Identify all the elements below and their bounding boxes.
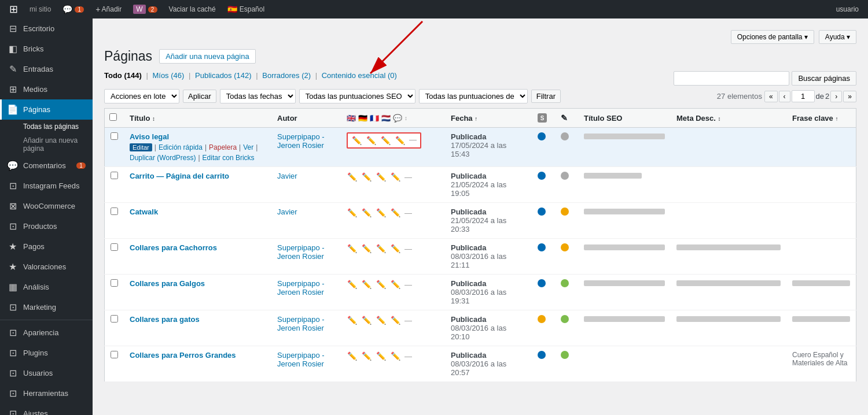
date-column-header[interactable]: Fecha ↑ (445, 109, 532, 128)
search-input[interactable] (674, 71, 789, 86)
bulk-action-select[interactable]: Acciones en lote (104, 89, 179, 103)
edit-badge[interactable]: Editar (130, 143, 152, 151)
row-checkbox[interactable] (111, 351, 118, 358)
meta-desc-column-header[interactable]: Meta Desc. ↕ (671, 109, 786, 128)
flag-fr-edit[interactable]: ✏️ (376, 208, 387, 218)
page-title-link[interactable]: Collares para Perros Grandes (130, 351, 236, 360)
trash-action[interactable]: Papelera (209, 143, 237, 151)
sidebar-item-usuarios[interactable]: ⊡ Usuarios (0, 363, 93, 383)
filter-published[interactable]: Publicados (142) (195, 71, 253, 80)
flag-en-edit[interactable]: ✏️ (347, 279, 358, 290)
row-checkbox[interactable] (111, 132, 118, 140)
sidebar-item-apariencia[interactable]: ⊡ Apariencia (0, 323, 93, 343)
flag-nl-edit[interactable]: ✏️ (390, 351, 401, 361)
flag-fr-edit[interactable]: ✏️ (380, 135, 391, 146)
view-action[interactable]: Ver (243, 143, 253, 151)
sidebar-item-pagos[interactable]: ★ Pagos (0, 236, 93, 257)
sidebar-item-herramientas[interactable]: ⊡ Herramientas (0, 383, 93, 403)
current-page-input[interactable] (792, 90, 815, 102)
row-checkbox[interactable] (111, 315, 118, 323)
page-title-link[interactable]: Carrito — Página del carrito (130, 172, 229, 180)
flag-nl-edit[interactable]: ✏️ (390, 172, 401, 182)
flag-de-edit[interactable]: ✏️ (361, 172, 372, 182)
page-title-link[interactable]: Aviso legal (130, 132, 169, 141)
flag-nl-edit[interactable]: ✏️ (395, 135, 406, 146)
sidebar-item-ajustes[interactable]: ⊡ Ajustes (0, 403, 93, 415)
keyphrase-column-header[interactable]: Frase clave ↑ (786, 109, 856, 128)
flag-fr-edit[interactable]: ✏️ (376, 351, 387, 361)
sidebar-item-productos[interactable]: ⊡ Productos (0, 216, 93, 236)
next-page-button[interactable]: › (830, 91, 842, 102)
date-filter-select[interactable]: Todas las fechas (220, 89, 296, 103)
filter-essential[interactable]: Contenido esencial (0) (322, 71, 397, 80)
screen-options-button[interactable]: Opciones de pantalla ▾ (731, 30, 814, 44)
cache-item[interactable]: Vaciar la caché (164, 0, 220, 18)
flag-fr-edit[interactable]: ✏️ (376, 243, 387, 254)
flag-nl-edit[interactable]: ✏️ (390, 208, 401, 218)
sidebar-item-marketing[interactable]: ⊡ Marketing (0, 297, 93, 317)
sidebar-item-valoraciones[interactable]: ★ Valoraciones (0, 257, 93, 277)
seo-score-filter1-select[interactable]: Todas las puntuaciones SEO (299, 89, 415, 103)
first-page-button[interactable]: « (764, 91, 778, 102)
flag-en-edit[interactable]: ✏️ (351, 135, 362, 146)
flag-nl-edit[interactable]: ✏️ (390, 243, 401, 254)
flag-en-edit[interactable]: ✏️ (347, 351, 358, 361)
flag-fr-edit[interactable]: ✏️ (376, 315, 387, 325)
author-link[interactable]: Javier (277, 172, 297, 180)
flag-de-edit[interactable]: ✏️ (361, 243, 372, 254)
sidebar-item-paginas[interactable]: 📄 Páginas (0, 99, 93, 120)
seo-score-filter2-select[interactable]: Todas las puntuaciones de (419, 89, 528, 103)
sidebar-item-woocommerce[interactable]: ⊠ WooCommerce (0, 196, 93, 216)
edit-action[interactable]: Editar (130, 143, 152, 151)
comments-item[interactable]: 💬 1 (58, 0, 89, 18)
page-title-link[interactable]: Collares para gatos (130, 315, 200, 324)
flag-de-edit[interactable]: ✏️ (361, 315, 372, 325)
flag-fr-edit[interactable]: ✏️ (376, 172, 387, 182)
sidebar-item-instagram[interactable]: ⊡ Instagram Feeds (0, 176, 93, 196)
row-checkbox[interactable] (111, 279, 118, 287)
page-title-link[interactable]: Collares para Galgos (130, 279, 205, 288)
page-title-link[interactable]: Catwalk (130, 208, 158, 216)
add-new-page-button[interactable]: Añadir una nueva página (159, 49, 256, 64)
add-new-item[interactable]: + Añadir (91, 0, 126, 18)
select-all-checkbox[interactable] (109, 113, 117, 121)
filter-all[interactable]: Todo (144) (104, 71, 144, 80)
user-item[interactable]: usuario (832, 0, 863, 18)
flag-de-edit[interactable]: ✏️ (361, 208, 372, 218)
sidebar-item-escritorio[interactable]: ⊟ Escritorio (0, 18, 93, 39)
flag-nl-edit[interactable]: ✏️ (390, 279, 401, 290)
author-link[interactable]: Superpipapo - Jeroen Rosier (277, 279, 325, 297)
flag-de-edit[interactable]: ✏️ (361, 279, 372, 290)
flag-en-edit[interactable]: ✏️ (347, 315, 358, 325)
sidebar-item-bricks[interactable]: ◧ Bricks (0, 39, 93, 59)
sidebar-subitem-nueva[interactable]: Añadir una nueva página (0, 134, 93, 155)
wp-logo-item[interactable]: ⊞ (5, 0, 23, 18)
author-link[interactable]: Superpipapo - Jeroen Rosier (277, 132, 325, 150)
flag-en-edit[interactable]: ✏️ (347, 208, 358, 218)
flag-de-edit[interactable]: ✏️ (361, 351, 372, 361)
sidebar-item-comentarios[interactable]: 💬 Comentarios 1 (0, 155, 93, 176)
search-button[interactable]: Buscar páginas (792, 71, 856, 86)
sidebar-item-plugins[interactable]: ⊡ Plugins (0, 343, 93, 363)
sidebar-item-medios[interactable]: ⊞ Medios (0, 79, 93, 99)
author-link[interactable]: Superpipapo - Jeroen Rosier (277, 351, 325, 368)
flag-de-edit[interactable]: ✏️ (366, 135, 377, 146)
row-checkbox[interactable] (111, 172, 118, 179)
bricks-action[interactable]: Editar con Bricks (203, 154, 255, 162)
prev-page-button[interactable]: ‹ (779, 91, 790, 102)
flag-en-edit[interactable]: ✏️ (347, 243, 358, 254)
flag-en-edit[interactable]: ✏️ (347, 172, 358, 182)
sidebar-subitem-todas[interactable]: Todas las páginas (0, 120, 93, 134)
sidebar-item-analisis[interactable]: ▦ Análisis (0, 277, 93, 297)
last-page-button[interactable]: » (843, 91, 856, 102)
woo-item[interactable]: W 2 (128, 0, 161, 18)
author-link[interactable]: Javier (277, 208, 297, 216)
filter-mine[interactable]: Míos (46) (152, 71, 186, 80)
sidebar-item-entradas[interactable]: ✎ Entradas (0, 59, 93, 79)
row-checkbox[interactable] (111, 243, 118, 251)
flag-fr-edit[interactable]: ✏️ (376, 279, 387, 290)
flag-nl-edit[interactable]: ✏️ (390, 315, 401, 325)
lang-item[interactable]: 🇪🇸 Español (223, 0, 269, 18)
quick-edit-action[interactable]: Edición rápida (159, 143, 203, 151)
filter-drafts[interactable]: Borradores (2) (262, 71, 312, 80)
